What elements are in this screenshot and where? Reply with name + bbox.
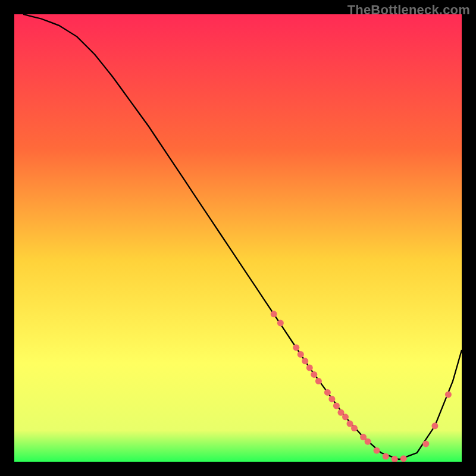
highlight-dot	[306, 365, 313, 371]
watermark-text: TheBottleneck.com	[347, 2, 470, 18]
highlight-dot	[445, 392, 452, 398]
chart-frame	[14, 14, 462, 462]
highlight-dot	[351, 425, 358, 431]
highlight-dot	[293, 345, 299, 351]
highlight-dot	[431, 422, 438, 429]
highlight-dot	[365, 439, 371, 445]
highlight-dot	[324, 389, 331, 396]
highlight-dot	[333, 403, 340, 409]
chart-svg	[14, 14, 462, 462]
highlight-dot	[383, 453, 389, 460]
highlight-dot	[302, 358, 308, 364]
highlight-dot	[328, 396, 335, 402]
highlight-dot	[315, 378, 322, 384]
highlight-dot	[271, 311, 277, 317]
highlight-dot	[400, 455, 407, 462]
gradient-bg	[14, 14, 462, 462]
highlight-dot	[422, 440, 429, 447]
highlight-dot	[298, 351, 304, 358]
highlight-dot	[311, 371, 317, 378]
highlight-dot	[277, 320, 284, 326]
highlight-dot	[342, 414, 349, 420]
highlight-dot	[374, 447, 380, 454]
